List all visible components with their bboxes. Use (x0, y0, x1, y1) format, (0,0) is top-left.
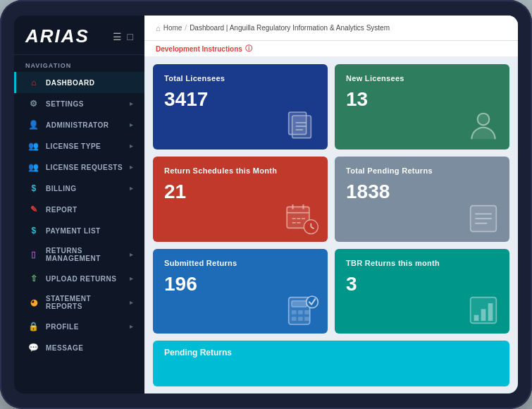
sidebar-item-statement-reports[interactable]: ◕ STATEMENT REPORTS ▸ (14, 289, 144, 316)
chevron-right-icon: ▸ (130, 164, 134, 171)
sidebar-item-label: REPORT (46, 206, 78, 214)
chart-icon (466, 293, 501, 328)
svg-rect-1 (292, 116, 311, 138)
calendar-clock-icon (284, 201, 319, 236)
profile-icon: 🔒 (27, 322, 40, 331)
sidebar-item-label: RETURNS MANAGEMENT (46, 247, 130, 262)
license-requests-icon: 👥 (27, 162, 40, 172)
app-container: ARIAS ☰ □ NAVIGATION ⌂ DASHBOARD ⚙ SETTI… (14, 16, 518, 393)
svg-rect-33 (481, 310, 486, 322)
card-title: Return Schedules this Month (164, 166, 316, 175)
sidebar-item-profile[interactable]: 🔒 PROFILE ▸ (14, 316, 144, 337)
top-bar: ⌂ Home / Dashboard | Anguilla Regulatory… (144, 16, 518, 41)
card-title: Total Pending Returns (346, 166, 498, 175)
payment-icon: $ (27, 226, 40, 236)
chevron-right-icon: ▸ (130, 100, 134, 107)
main-content: ⌂ Home / Dashboard | Anguilla Regulatory… (144, 16, 518, 393)
sidebar-item-label: PAYMENT LIST (46, 227, 101, 235)
statement-icon: ◕ (27, 298, 40, 307)
chevron-right-icon: ▸ (130, 185, 134, 192)
dev-instructions-bar: Development Instructions ⓘ (144, 41, 518, 57)
card-value: 1838 (346, 181, 498, 203)
dev-instructions-text: Development Instructions (156, 45, 242, 53)
card-value: 3 (346, 273, 498, 295)
breadcrumb: ⌂ Home / Dashboard | Anguilla Regulatory… (156, 24, 390, 32)
chevron-right-icon: ▸ (130, 251, 134, 258)
svg-rect-23 (292, 301, 307, 307)
sidebar-item-payment-list[interactable]: $ PAYMENT LIST (14, 220, 144, 241)
card-title: New Licensees (346, 74, 498, 83)
chevron-right-icon: ▸ (130, 275, 134, 282)
chevron-right-icon: ▸ (130, 299, 134, 306)
svg-rect-24 (292, 310, 297, 315)
pending-returns-label: Pending Returns (164, 348, 232, 358)
sidebar-logo: ARIAS ☰ □ (14, 16, 144, 55)
card-title: Total Licensees (164, 74, 316, 83)
svg-rect-29 (304, 317, 309, 321)
list-icon (466, 201, 501, 236)
sidebar-item-label: STATEMENT REPORTS (46, 295, 130, 310)
svg-point-5 (478, 113, 490, 125)
person-icon (466, 109, 501, 144)
sidebar-item-label: DASHBOARD (46, 79, 95, 87)
administrator-icon: 👤 (27, 120, 40, 130)
sidebar-item-dashboard[interactable]: ⌂ DASHBOARD (14, 72, 144, 93)
billing-icon: $ (27, 183, 40, 193)
chevron-right-icon: ▸ (130, 323, 134, 330)
dashboard-grid: Total Licensees 3417 New Licensees 13 (144, 57, 518, 393)
sidebar-item-label: LICENSE REQUESTS (46, 164, 123, 171)
license-type-icon: 👥 (27, 141, 40, 151)
settings-icon: ⚙ (27, 99, 40, 109)
sidebar-item-license-type[interactable]: 👥 LICENSE TYPE ▸ (14, 135, 144, 157)
expand-icon[interactable]: □ (128, 31, 133, 42)
nav-items: ⌂ DASHBOARD ⚙ SETTINGS ▸ 👤 ADMINISTRATOR… (14, 72, 144, 393)
sidebar-item-report[interactable]: ✎ REPORT (14, 199, 144, 220)
sidebar-item-label: BILLING (46, 185, 77, 193)
svg-rect-32 (474, 315, 479, 321)
chevron-right-icon: ▸ (130, 121, 134, 128)
sidebar-item-administrator[interactable]: 👤 ADMINISTRATOR ▸ (14, 114, 144, 135)
report-icon: ✎ (27, 204, 40, 214)
calculator-check-icon (284, 293, 319, 328)
chevron-right-icon: ▸ (130, 142, 134, 149)
pending-returns-bar: Pending Returns (153, 341, 509, 386)
sidebar-item-message[interactable]: 💬 MESSAGE (14, 337, 144, 358)
card-total-licensees: Total Licensees 3417 (153, 64, 328, 149)
dashboard-icon: ⌂ (27, 78, 40, 87)
breadcrumb-home: Home (163, 24, 183, 32)
card-title: Submitted Returns (164, 259, 316, 267)
returns-mgmt-icon: ▯ (27, 250, 40, 260)
card-value: 13 (346, 88, 498, 111)
svg-rect-27 (292, 317, 297, 321)
sidebar-item-upload-returns[interactable]: ⇧ UPLOAD RETURNS ▸ (14, 268, 144, 289)
card-submitted-returns: Submitted Returns 196 (153, 249, 328, 334)
card-value: 3417 (164, 88, 316, 111)
svg-rect-25 (298, 310, 303, 315)
sidebar-item-returns-management[interactable]: ▯ RETURNS MANAGEMENT ▸ (14, 241, 144, 268)
svg-point-30 (307, 296, 318, 308)
device-frame: ARIAS ☰ □ NAVIGATION ⌂ DASHBOARD ⚙ SETTI… (0, 0, 532, 409)
menu-icon[interactable]: ☰ (113, 31, 122, 42)
sidebar-item-label: MESSAGE (46, 344, 84, 352)
docs-icon (284, 109, 319, 144)
sidebar-item-label: ADMINISTRATOR (46, 121, 109, 129)
card-total-pending-returns: Total Pending Returns 1838 (335, 157, 509, 242)
app-logo: ARIAS (25, 25, 89, 47)
home-icon: ⌂ (156, 24, 161, 32)
card-value: 196 (164, 273, 316, 295)
svg-rect-26 (304, 310, 309, 315)
sidebar-item-label: SETTINGS (46, 100, 84, 108)
sidebar: ARIAS ☰ □ NAVIGATION ⌂ DASHBOARD ⚙ SETTI… (14, 16, 144, 393)
card-title: TBR Returns this month (346, 259, 498, 267)
sidebar-item-label: LICENSE TYPE (46, 142, 101, 150)
sidebar-item-billing[interactable]: $ BILLING ▸ (14, 178, 144, 199)
card-new-licensees: New Licensees 13 (335, 64, 509, 149)
sidebar-item-license-requests[interactable]: 👥 LICENSE REQUESTS ▸ (14, 157, 144, 178)
sidebar-toggle-icons: ☰ □ (113, 31, 133, 42)
breadcrumb-separator: / (185, 24, 187, 32)
info-icon: ⓘ (245, 44, 252, 54)
nav-label: NAVIGATION (14, 55, 144, 72)
sidebar-item-settings[interactable]: ⚙ SETTINGS ▸ (14, 93, 144, 114)
sidebar-item-label: PROFILE (46, 323, 79, 331)
card-value: 21 (164, 181, 316, 203)
